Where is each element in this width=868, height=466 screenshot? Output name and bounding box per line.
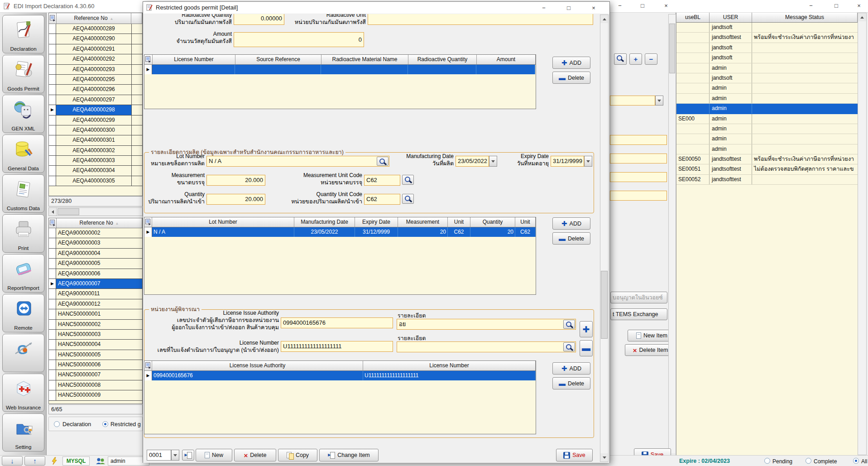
middle-close-button[interactable]: ×	[657, 0, 676, 12]
scrollbar-thumb[interactable]	[669, 24, 675, 73]
reference-cell[interactable]: AEQA400000302	[56, 146, 131, 155]
message-row[interactable]: admin	[676, 134, 858, 144]
license-number-field[interactable]: U1111111111111111111	[281, 341, 393, 352]
scrollbar-thumb[interactable]	[58, 208, 79, 215]
reference-cell[interactable]: AEQA400000295	[56, 75, 131, 84]
field-fragment[interactable]	[610, 135, 667, 145]
detail2-field[interactable]	[397, 341, 576, 352]
tems-exchange-button[interactable]: t TEMS Exchange	[610, 308, 667, 320]
message-row[interactable]: admin	[676, 63, 858, 73]
grid2-header[interactable]: Reference No▲	[49, 218, 142, 228]
table-row[interactable]: AEQA400000300	[49, 125, 142, 135]
field-fragment[interactable]	[610, 191, 667, 201]
license-issue-authority-field[interactable]: 0994000165676	[281, 317, 393, 328]
message-row[interactable]: SE00052jandtsofttest	[676, 175, 858, 185]
column-header[interactable]: Quantity	[470, 217, 515, 227]
field-fragment[interactable]	[610, 154, 667, 163]
remove-row-button[interactable]: −	[645, 53, 657, 65]
message-row[interactable]: jandtsoft	[676, 53, 858, 63]
dialog-close-button[interactable]: ×	[584, 2, 603, 14]
table-row[interactable]: HANC500000007	[49, 370, 142, 380]
detail2-lookup-button[interactable]	[563, 342, 575, 351]
lot-number-lookup-button[interactable]	[377, 157, 388, 166]
all-radio-label[interactable]: All	[861, 458, 867, 465]
column-header[interactable]: Radioactive Material Name	[321, 55, 408, 64]
radioactive-license-grid[interactable]: License Number Source Reference Radioact…	[144, 54, 536, 109]
detail1-lookup-button[interactable]	[563, 320, 575, 329]
table-row[interactable]: AEQA900000003	[49, 238, 142, 248]
message-row-selected[interactable]: admin	[676, 104, 858, 114]
reference-cell[interactable]: HANC500000003	[56, 330, 142, 339]
sidebar-item-customs-data[interactable]: Customs Data	[2, 174, 44, 213]
table-row[interactable]: AEQA400000289	[49, 24, 142, 34]
column-header[interactable]: Expiry Date	[355, 217, 398, 227]
complete-radio[interactable]	[806, 458, 811, 464]
message-table-header[interactable]: useBL USER Message Status	[676, 13, 858, 23]
table-row[interactable]: AEQA400000299	[49, 115, 142, 125]
grid-b-header[interactable]: Lot Number Manufacturing Date Expiry Dat…	[144, 217, 536, 227]
reference-cell[interactable]: HANC500000008	[56, 380, 142, 390]
reference-cell[interactable]: AEQA400000297	[56, 95, 131, 105]
dialog-scrollbar[interactable]	[600, 14, 609, 462]
table-row[interactable]: AEQA400000301	[49, 135, 142, 145]
dropdown-field-fragment[interactable]	[610, 96, 655, 106]
table-row[interactable]: AEQA400000293	[49, 65, 142, 75]
table-row[interactable]: HANC500000008	[49, 380, 142, 390]
table-row[interactable]: HANC500000002	[49, 320, 142, 330]
table-row[interactable]: AEQA900000005	[49, 259, 142, 269]
column-header[interactable]: Unit	[448, 217, 470, 227]
column-header[interactable]: Unit	[515, 217, 536, 227]
measurement-unit-field[interactable]: C62	[364, 175, 400, 186]
grid1-header-extra[interactable]	[131, 13, 142, 24]
middle-minimize-button[interactable]: −	[610, 0, 629, 12]
declaration-radio-label[interactable]: Declaration	[62, 421, 91, 428]
grid-corner-icon[interactable]	[49, 13, 57, 24]
message-row[interactable]: admin	[676, 83, 858, 93]
authority-grid[interactable]: License Issue Authority License Number ▶…	[144, 360, 536, 434]
table-row[interactable]: AEQA400000297	[49, 95, 142, 105]
table-row[interactable]: AEQA400000295	[49, 75, 142, 85]
grid1-header-label[interactable]: Reference No▲	[57, 13, 131, 24]
table-row[interactable]: HANC500000006	[49, 360, 142, 370]
grid-corner-icon[interactable]	[144, 217, 152, 227]
item-number-dropdown[interactable]	[171, 450, 179, 461]
column-header[interactable]: License Issue Authority	[152, 361, 363, 370]
measurement-field[interactable]: 20.000	[206, 175, 265, 186]
restricted-radio-label[interactable]: Restricted g	[110, 421, 141, 428]
right-minimize-button[interactable]: −	[801, 0, 820, 12]
table-row[interactable]: HANC500000003	[49, 330, 142, 340]
quantity-unit-field[interactable]: C62	[364, 194, 400, 205]
reference-cell[interactable]: AEQA400000291	[56, 44, 131, 54]
scroll-up-arrow[interactable]	[858, 13, 866, 21]
message-row[interactable]: jandtsofttestพร้อมที่จะชำระเงินค่าภาษีอา…	[676, 33, 858, 43]
grid1-header[interactable]: Reference No▲	[49, 13, 142, 24]
connection-lightning-icon[interactable]	[51, 457, 58, 466]
table-row[interactable]: AEQA900000002	[49, 228, 142, 238]
reference-cell[interactable]: AEQA400000299	[56, 115, 131, 125]
reference-cell[interactable]: HANC500000006	[56, 360, 142, 370]
pending-radio[interactable]	[764, 458, 770, 464]
message-row[interactable]: SE00050jandtsofttestพร้อมที่จะชำระเงินค่…	[676, 154, 858, 164]
change-item-button[interactable]: Change Item	[319, 449, 379, 461]
sidebar-item-print[interactable]: Print	[2, 214, 44, 253]
dialog-title-bar[interactable]: Restricted goods permit [Detail] − □ ×	[143, 2, 609, 14]
field-fragment[interactable]	[610, 172, 667, 182]
grid-corner-icon[interactable]	[49, 218, 57, 228]
reference-cell[interactable]: AEQA400000290	[56, 34, 131, 43]
table-row[interactable]: AEQA400000302	[49, 146, 142, 156]
table-row-selected[interactable]: AEQA400000298	[49, 105, 142, 115]
delete-button[interactable]: ×Delete	[234, 449, 276, 461]
scroll-up-arrow[interactable]	[600, 15, 608, 23]
grid-a-add-button[interactable]: ✚ADD	[552, 57, 590, 69]
expiry-date-dropdown[interactable]	[584, 156, 592, 167]
radioactive-unit-field[interactable]	[368, 14, 593, 25]
search-magnifier-button[interactable]	[614, 53, 627, 65]
grid-a-header[interactable]: License Number Source Reference Radioact…	[144, 55, 536, 65]
grid-b-delete-button[interactable]: ▬Delete	[552, 232, 590, 245]
message-row[interactable]: jandtsoft	[676, 73, 858, 83]
reference-cell[interactable]: AEQA400000292	[56, 54, 131, 64]
message-row[interactable]: jandtsoft	[676, 23, 858, 33]
message-row[interactable]: admin	[676, 144, 858, 154]
reference-cell[interactable]: AEQA400000305	[56, 176, 131, 186]
grid-c-delete-button[interactable]: ▬Delete	[552, 377, 590, 389]
